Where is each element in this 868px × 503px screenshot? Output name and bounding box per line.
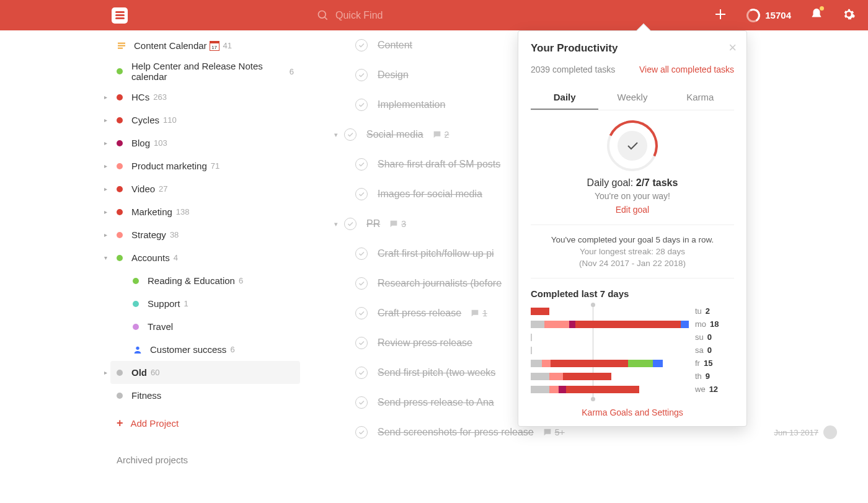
chart-bar-row: we12 (531, 385, 734, 394)
edit-goal-link[interactable]: Edit goal (531, 205, 734, 215)
app-header: Quick Find 15704 (0, 0, 868, 30)
sidebar-item-content-calendar[interactable]: Content Calendar1741 (110, 34, 300, 57)
chevron-right-icon: ▸ (104, 231, 107, 238)
sidebar-item-support[interactable]: Support1 (110, 292, 300, 315)
task-label: Send first pitch (two weeks (378, 367, 495, 378)
svg-rect-6 (118, 47, 123, 48)
tab-daily[interactable]: Daily (531, 86, 598, 110)
search-box[interactable]: Quick Find (317, 9, 383, 22)
task-checkbox[interactable] (355, 307, 368, 319)
task-label: Research journalists (before (378, 278, 502, 289)
notifications-button[interactable] (810, 7, 823, 24)
svg-rect-4 (118, 42, 125, 43)
karma-button[interactable]: 15704 (746, 9, 791, 22)
sidebar-item-reading-education[interactable]: Reading & Education6 (110, 269, 300, 292)
task-checkbox[interactable] (355, 426, 368, 438)
project-count: 138 (176, 207, 190, 216)
project-color-dot (133, 324, 139, 330)
task-checkbox[interactable] (355, 158, 368, 171)
task-checkbox[interactable] (355, 69, 368, 81)
chevron-right-icon: ▸ (104, 162, 107, 169)
project-count: 6 (239, 276, 243, 285)
task-checkbox[interactable] (355, 99, 368, 111)
sidebar-item-old[interactable]: ▸Old60 (110, 361, 300, 384)
task-label: Images for social media (378, 189, 482, 200)
project-label: Fitness (131, 390, 161, 401)
chart-bar-row: sa0 (531, 345, 734, 355)
chevron-down-icon[interactable]: ▾ (334, 220, 338, 228)
project-color-dot (117, 370, 123, 376)
sidebar-item-hcs[interactable]: ▸HCs263 (110, 86, 300, 109)
close-button[interactable]: × (728, 40, 737, 56)
project-color-dot (117, 186, 123, 192)
todoist-logo[interactable] (112, 7, 128, 24)
task-label: PR (366, 218, 380, 229)
task-checkbox[interactable] (344, 128, 356, 141)
project-color-dot (117, 117, 123, 123)
task-label: Craft press release (378, 308, 461, 319)
project-count: 71 (211, 161, 219, 171)
chart-day-label: tu (695, 306, 702, 316)
chart-day-value: 9 (706, 372, 710, 381)
chevron-right-icon: ▸ (104, 208, 107, 215)
project-count: 6 (230, 345, 234, 354)
task-checkbox[interactable] (355, 277, 368, 290)
archived-projects-link[interactable]: Archived projects (110, 436, 300, 484)
project-count: 263 (153, 92, 167, 102)
task-checkbox[interactable] (355, 396, 368, 409)
sidebar-item-cycles[interactable]: ▸Cycles110 (110, 109, 300, 131)
calendar-icon: 17 (210, 41, 219, 51)
task-checkbox[interactable] (355, 39, 368, 51)
task-label: Design (378, 69, 409, 81)
sidebar-item-accounts[interactable]: ▾Accounts4 (110, 246, 300, 269)
tab-weekly[interactable]: Weekly (598, 86, 666, 110)
plus-icon: + (117, 417, 123, 430)
comment-count[interactable]: 5+ (542, 427, 565, 437)
chevron-right-icon: ▸ (104, 369, 107, 376)
settings-button[interactable] (842, 7, 856, 24)
chart-day-value: 12 (709, 385, 718, 394)
sidebar: Content Calendar1741Help Center and Rele… (0, 30, 300, 503)
sidebar-item-customer-success[interactable]: Customer success6 (110, 338, 300, 361)
add-project-button[interactable]: +Add Project (110, 411, 300, 436)
task-checkbox[interactable] (355, 367, 368, 379)
task-checkbox[interactable] (355, 247, 368, 260)
comment-count[interactable]: 2 (432, 130, 450, 140)
sidebar-item-fitness[interactable]: Fitness (110, 384, 300, 407)
sidebar-item-help-center-and-release-notes-calendar[interactable]: Help Center and Release Notes calendar6 (110, 57, 300, 86)
sidebar-item-video[interactable]: ▸Video27 (110, 177, 300, 200)
chevron-down-icon[interactable]: ▾ (334, 131, 338, 139)
list-icon (117, 41, 126, 51)
task-checkbox[interactable] (355, 188, 368, 200)
sidebar-item-blog[interactable]: ▸Blog103 (110, 131, 300, 154)
karma-settings-link[interactable]: Karma Goals and Settings (531, 407, 734, 417)
sidebar-item-marketing[interactable]: ▸Marketing138 (110, 200, 300, 223)
goal-progress-ring (607, 120, 658, 171)
svg-line-1 (325, 17, 327, 19)
project-color-dot (133, 278, 139, 284)
comment-count[interactable]: 1 (470, 308, 487, 318)
task-checkbox[interactable] (344, 218, 356, 230)
search-placeholder: Quick Find (335, 10, 383, 21)
view-all-link[interactable]: View all completed tasks (639, 65, 734, 74)
project-count: 27 (159, 184, 167, 194)
sidebar-item-product-marketing[interactable]: ▸Product marketing71 (110, 154, 300, 177)
chart-day-value: 2 (706, 306, 710, 316)
project-count: 6 (290, 67, 294, 76)
chevron-right-icon: ▸ (104, 185, 107, 192)
add-task-button[interactable] (713, 7, 728, 24)
project-count: 38 (170, 230, 179, 239)
comment-count[interactable]: 3 (389, 219, 406, 229)
project-color-dot (117, 393, 123, 399)
tab-karma[interactable]: Karma (666, 86, 734, 110)
task-checkbox[interactable] (355, 337, 368, 349)
task-label: Send screenshots for press release (378, 427, 534, 438)
svg-rect-5 (118, 45, 125, 46)
sidebar-item-strategy[interactable]: ▸Strategy38 (110, 223, 300, 246)
sidebar-item-travel[interactable]: Travel (110, 315, 300, 338)
project-label: Help Center and Release Notes calendar (131, 61, 286, 82)
project-count: 41 (223, 41, 232, 50)
project-color-dot (133, 301, 139, 307)
project-label: Travel (148, 321, 173, 332)
chart-day-label: th (695, 372, 702, 381)
